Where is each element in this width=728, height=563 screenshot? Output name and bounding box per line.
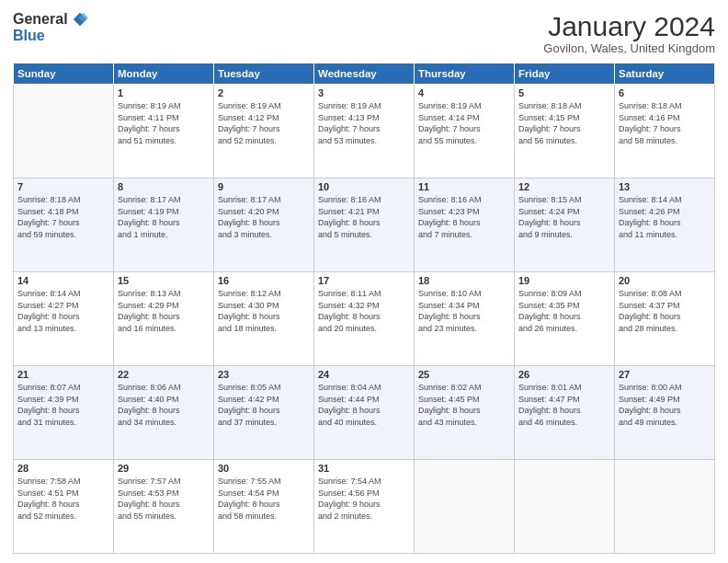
calendar-day-cell bbox=[14, 85, 114, 178]
day-number: 3 bbox=[318, 87, 410, 98]
calendar-week-row: 7Sunrise: 8:18 AMSunset: 4:18 PMDaylight… bbox=[14, 178, 715, 272]
day-info: Sunrise: 8:15 AMSunset: 4:24 PMDaylight:… bbox=[518, 194, 610, 240]
calendar-day-cell: 25Sunrise: 8:02 AMSunset: 4:45 PMDayligh… bbox=[415, 366, 515, 460]
day-info: Sunrise: 8:12 AMSunset: 4:30 PMDaylight:… bbox=[218, 288, 310, 334]
calendar-table: SundayMondayTuesdayWednesdayThursdayFrid… bbox=[13, 63, 715, 554]
day-info: Sunrise: 7:55 AMSunset: 4:54 PMDaylight:… bbox=[218, 476, 310, 522]
logo-blue-text: Blue bbox=[13, 28, 45, 44]
day-info: Sunrise: 8:19 AMSunset: 4:14 PMDaylight:… bbox=[418, 100, 510, 146]
day-info: Sunrise: 8:19 AMSunset: 4:13 PMDaylight:… bbox=[318, 100, 410, 146]
calendar-day-cell: 19Sunrise: 8:09 AMSunset: 4:35 PMDayligh… bbox=[515, 272, 615, 366]
calendar-day-cell: 17Sunrise: 8:11 AMSunset: 4:32 PMDayligh… bbox=[314, 272, 415, 366]
day-info: Sunrise: 8:19 AMSunset: 4:11 PMDaylight:… bbox=[118, 100, 210, 146]
header: General Blue January 2024 Govilon, Wales… bbox=[13, 11, 715, 55]
day-number: 19 bbox=[518, 275, 610, 286]
calendar-day-cell: 9Sunrise: 8:17 AMSunset: 4:20 PMDaylight… bbox=[214, 178, 314, 272]
day-info: Sunrise: 8:16 AMSunset: 4:21 PMDaylight:… bbox=[318, 194, 410, 240]
calendar-week-row: 1Sunrise: 8:19 AMSunset: 4:11 PMDaylight… bbox=[14, 85, 715, 178]
day-info: Sunrise: 8:02 AMSunset: 4:45 PMDaylight:… bbox=[418, 382, 510, 428]
day-number: 20 bbox=[619, 275, 711, 286]
day-number: 14 bbox=[17, 275, 109, 286]
weekday-header-friday: Friday bbox=[515, 63, 615, 85]
weekday-header-saturday: Saturday bbox=[615, 63, 715, 85]
day-number: 2 bbox=[218, 87, 310, 98]
day-info: Sunrise: 8:13 AMSunset: 4:29 PMDaylight:… bbox=[118, 288, 210, 334]
day-info: Sunrise: 8:05 AMSunset: 4:42 PMDaylight:… bbox=[218, 382, 310, 428]
month-title: January 2024 bbox=[543, 11, 715, 41]
weekday-header-thursday: Thursday bbox=[415, 63, 515, 85]
day-info: Sunrise: 7:54 AMSunset: 4:56 PMDaylight:… bbox=[318, 476, 410, 522]
logo: General Blue bbox=[13, 11, 88, 44]
calendar-day-cell: 22Sunrise: 8:06 AMSunset: 4:40 PMDayligh… bbox=[114, 366, 214, 460]
calendar-day-cell bbox=[515, 460, 615, 554]
day-number: 6 bbox=[619, 87, 711, 98]
calendar-day-cell: 24Sunrise: 8:04 AMSunset: 4:44 PMDayligh… bbox=[314, 366, 415, 460]
calendar-day-cell: 12Sunrise: 8:15 AMSunset: 4:24 PMDayligh… bbox=[515, 178, 615, 272]
day-number: 11 bbox=[418, 181, 510, 192]
weekday-header-monday: Monday bbox=[114, 63, 214, 85]
calendar-day-cell: 15Sunrise: 8:13 AMSunset: 4:29 PMDayligh… bbox=[114, 272, 214, 366]
calendar-day-cell: 27Sunrise: 8:00 AMSunset: 4:49 PMDayligh… bbox=[615, 366, 715, 460]
day-number: 23 bbox=[218, 369, 310, 380]
weekday-header-sunday: Sunday bbox=[14, 63, 114, 85]
day-info: Sunrise: 8:04 AMSunset: 4:44 PMDaylight:… bbox=[318, 382, 410, 428]
day-number: 26 bbox=[518, 369, 610, 380]
calendar-day-cell: 6Sunrise: 8:18 AMSunset: 4:16 PMDaylight… bbox=[615, 85, 715, 178]
calendar-day-cell: 7Sunrise: 8:18 AMSunset: 4:18 PMDaylight… bbox=[14, 178, 114, 272]
day-number: 9 bbox=[218, 181, 310, 192]
day-number: 5 bbox=[518, 87, 610, 98]
day-number: 15 bbox=[118, 275, 210, 286]
day-number: 10 bbox=[318, 181, 410, 192]
day-info: Sunrise: 8:18 AMSunset: 4:15 PMDaylight:… bbox=[518, 100, 610, 146]
weekday-header-wednesday: Wednesday bbox=[314, 63, 415, 85]
day-number: 8 bbox=[118, 181, 210, 192]
page-container: General Blue January 2024 Govilon, Wales… bbox=[0, 0, 728, 563]
day-info: Sunrise: 8:16 AMSunset: 4:23 PMDaylight:… bbox=[418, 194, 510, 240]
day-number: 25 bbox=[418, 369, 510, 380]
calendar-day-cell: 21Sunrise: 8:07 AMSunset: 4:39 PMDayligh… bbox=[14, 366, 114, 460]
calendar-day-cell: 26Sunrise: 8:01 AMSunset: 4:47 PMDayligh… bbox=[515, 366, 615, 460]
day-number: 13 bbox=[619, 181, 711, 192]
calendar-day-cell: 13Sunrise: 8:14 AMSunset: 4:26 PMDayligh… bbox=[615, 178, 715, 272]
day-info: Sunrise: 8:00 AMSunset: 4:49 PMDaylight:… bbox=[619, 382, 711, 428]
day-number: 21 bbox=[17, 369, 109, 380]
day-number: 7 bbox=[17, 181, 109, 192]
day-number: 4 bbox=[418, 87, 510, 98]
day-info: Sunrise: 8:07 AMSunset: 4:39 PMDaylight:… bbox=[17, 382, 109, 428]
calendar-day-cell: 20Sunrise: 8:08 AMSunset: 4:37 PMDayligh… bbox=[615, 272, 715, 366]
day-info: Sunrise: 8:09 AMSunset: 4:35 PMDaylight:… bbox=[518, 288, 610, 334]
calendar-day-cell: 28Sunrise: 7:58 AMSunset: 4:51 PMDayligh… bbox=[14, 460, 114, 554]
day-number: 29 bbox=[118, 463, 210, 474]
calendar-day-cell: 31Sunrise: 7:54 AMSunset: 4:56 PMDayligh… bbox=[314, 460, 415, 554]
day-number: 31 bbox=[318, 463, 410, 474]
day-info: Sunrise: 8:06 AMSunset: 4:40 PMDaylight:… bbox=[118, 382, 210, 428]
logo-general-text: General bbox=[13, 11, 68, 28]
day-number: 18 bbox=[418, 275, 510, 286]
day-info: Sunrise: 8:17 AMSunset: 4:20 PMDaylight:… bbox=[218, 194, 310, 240]
calendar-week-row: 28Sunrise: 7:58 AMSunset: 4:51 PMDayligh… bbox=[14, 460, 715, 554]
calendar-day-cell: 10Sunrise: 8:16 AMSunset: 4:21 PMDayligh… bbox=[314, 178, 415, 272]
calendar-day-cell bbox=[615, 460, 715, 554]
weekday-header-tuesday: Tuesday bbox=[214, 63, 314, 85]
calendar-day-cell: 3Sunrise: 8:19 AMSunset: 4:13 PMDaylight… bbox=[314, 85, 415, 178]
calendar-day-cell: 18Sunrise: 8:10 AMSunset: 4:34 PMDayligh… bbox=[415, 272, 515, 366]
day-number: 28 bbox=[17, 463, 109, 474]
day-number: 30 bbox=[218, 463, 310, 474]
day-info: Sunrise: 8:19 AMSunset: 4:12 PMDaylight:… bbox=[218, 100, 310, 146]
day-number: 12 bbox=[518, 181, 610, 192]
calendar-day-cell: 14Sunrise: 8:14 AMSunset: 4:27 PMDayligh… bbox=[14, 272, 114, 366]
logo-icon bbox=[72, 11, 88, 28]
day-info: Sunrise: 8:18 AMSunset: 4:16 PMDaylight:… bbox=[619, 100, 711, 146]
calendar-week-row: 14Sunrise: 8:14 AMSunset: 4:27 PMDayligh… bbox=[14, 272, 715, 366]
day-number: 16 bbox=[218, 275, 310, 286]
calendar-day-cell: 4Sunrise: 8:19 AMSunset: 4:14 PMDaylight… bbox=[415, 85, 515, 178]
day-number: 17 bbox=[318, 275, 410, 286]
day-info: Sunrise: 8:08 AMSunset: 4:37 PMDaylight:… bbox=[619, 288, 711, 334]
day-info: Sunrise: 8:10 AMSunset: 4:34 PMDaylight:… bbox=[418, 288, 510, 334]
calendar-day-cell: 29Sunrise: 7:57 AMSunset: 4:53 PMDayligh… bbox=[114, 460, 214, 554]
calendar-day-cell: 5Sunrise: 8:18 AMSunset: 4:15 PMDaylight… bbox=[515, 85, 615, 178]
calendar-day-cell: 11Sunrise: 8:16 AMSunset: 4:23 PMDayligh… bbox=[415, 178, 515, 272]
calendar-day-cell bbox=[415, 460, 515, 554]
calendar-day-cell: 1Sunrise: 8:19 AMSunset: 4:11 PMDaylight… bbox=[114, 85, 214, 178]
day-number: 27 bbox=[619, 369, 711, 380]
